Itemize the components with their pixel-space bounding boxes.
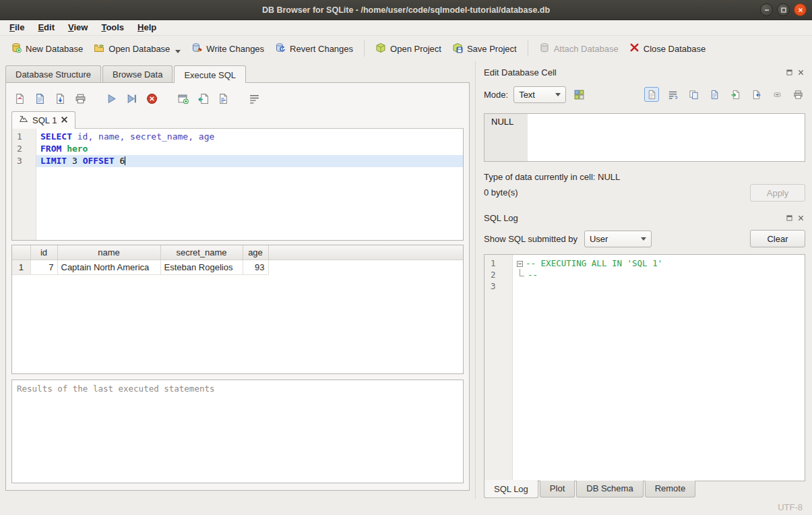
new-tab-icon[interactable] [11,90,28,107]
results-grid[interactable]: id name secret_name age 1 7 Cap [11,245,464,374]
print-icon[interactable] [72,90,88,107]
dock-float-icon[interactable] [785,214,794,222]
menu-tools[interactable]: Tools [94,20,131,35]
stop-icon[interactable] [144,90,160,107]
maximize-icon[interactable] [777,3,790,16]
cell-id[interactable]: 7 [30,260,57,274]
tab-plot[interactable]: Plot [540,481,575,497]
print-cell-icon[interactable] [790,87,805,102]
import-cell-icon[interactable] [728,87,743,102]
attach-database-icon [539,42,550,55]
dock-close-icon[interactable] [797,68,805,77]
sql-tab-bar: SQL 1 [11,110,464,129]
execute-sql-panel: SQL 1 123 SELECT id, name, secret_name, … [5,82,470,491]
open-database-dropdown-icon[interactable] [175,50,181,53]
encoding-indicator[interactable]: UTF-8 [778,502,803,512]
menu-view[interactable]: View [61,20,94,35]
auto-switch-mode-icon[interactable] [571,87,586,102]
open-database-label: Open Database [108,44,170,54]
clear-log-button[interactable]: Clear [750,230,805,247]
grid-header-name[interactable]: name [57,245,160,260]
open-project-button[interactable]: Open Project [370,38,447,59]
mode-select[interactable]: Text [513,86,566,103]
open-database-button[interactable]: Open Database [88,38,186,59]
sql-tab-close-icon[interactable] [61,115,68,125]
sql-editor-gutter: 123 [12,129,36,240]
apply-button[interactable]: Apply [750,184,805,202]
right-dock: Edit Database Cell Mode: Text [475,61,812,499]
export-cell-icon[interactable] [749,87,763,102]
sql-tab[interactable]: SQL 1 [11,111,75,129]
sql-toolbar [11,88,464,109]
save-project-label: Save Project [467,44,517,54]
execute-all-icon[interactable] [103,90,119,107]
sql-log-view[interactable]: 123 -- EXECUTING ALL IN 'SQL 1'-- [484,254,805,481]
tab-execute-sql[interactable]: Execute SQL [174,65,246,83]
close-database-button[interactable]: Close Database [624,38,712,59]
sql-log-code[interactable]: -- EXECUTING ALL IN 'SQL 1'-- [513,255,805,481]
menu-edit[interactable]: Edit [31,20,61,35]
sql-tab-icon [19,115,28,126]
main-content: Database Structure Browse Data Execute S… [0,61,812,499]
paste-icon[interactable] [707,87,722,102]
import-sql-icon[interactable] [195,90,211,107]
titlebar[interactable]: DB Browser for SQLite - /home/user/code/… [0,0,812,20]
new-database-label: New Database [26,44,83,54]
grid-header-filler [268,245,463,260]
open-sql-file-icon[interactable] [32,90,48,107]
chevron-down-icon [555,93,561,96]
dock-close-icon[interactable] [797,214,805,222]
row-number: 1 [12,260,30,274]
table-row[interactable]: 1 7 Captain North America Esteban Rogeli… [12,260,463,274]
write-changes-button[interactable]: Write Changes [186,38,270,59]
tab-remote[interactable]: Remote [645,481,696,497]
tab-db-schema[interactable]: DB Schema [576,481,643,497]
cell-edit-area[interactable]: NULL [484,113,805,162]
write-changes-label: Write Changes [206,44,264,54]
sql-log-gutter: 123 [485,255,513,481]
copy-icon[interactable] [686,87,701,102]
sql-tab-label: SQL 1 [32,115,57,125]
menu-help[interactable]: Help [131,20,163,35]
new-database-button[interactable]: New Database [5,38,88,59]
left-panel: Database Structure Browse Data Execute S… [0,61,475,499]
sql-log-filter-row: Show SQL submitted by User Clear [484,229,805,249]
main-toolbar: New Database Open Database Write Changes… [0,36,812,61]
cell-name[interactable]: Captain North America [57,260,160,274]
cell-age[interactable]: 93 [243,260,268,274]
app-window: DB Browser for SQLite - /home/user/code/… [0,0,812,515]
grid-header-id[interactable]: id [30,245,57,260]
edit-cell-title: Edit Database Cell [484,67,557,78]
close-icon[interactable] [794,3,807,16]
sql-log-title: SQL Log [484,213,518,223]
format-sql-icon[interactable] [215,90,231,107]
save-sql-file-icon[interactable] [52,90,68,107]
main-tab-bar: Database Structure Browse Data Execute S… [5,64,470,82]
minimize-icon[interactable] [760,3,773,16]
grid-header-secret-name[interactable]: secret_name [160,245,243,260]
tab-database-structure[interactable]: Database Structure [5,65,101,82]
save-project-button[interactable]: Save Project [447,38,522,59]
close-database-icon [629,42,639,55]
sql-editor-code[interactable]: SELECT id, name, secret_name, ageFROM he… [36,129,463,240]
grid-header-age[interactable]: age [243,245,268,260]
word-wrap-icon[interactable] [246,90,262,107]
tab-sql-log[interactable]: SQL Log [484,480,538,498]
execute-current-line-icon[interactable] [123,90,139,107]
detach-tab-icon[interactable] [175,90,191,107]
revert-changes-label: Revert Changes [290,44,353,54]
text-view-icon[interactable] [644,87,659,102]
set-null-icon[interactable] [770,87,784,102]
log-filter-select[interactable]: User [584,231,652,247]
cell-edit-gutter: NULL [485,114,528,161]
attach-database-button[interactable]: Attach Database [534,38,624,59]
window-controls [760,3,807,16]
cell-secret-name[interactable]: Esteban Rogelios [160,260,243,274]
sql-editor[interactable]: 123 SELECT id, name, secret_name, ageFRO… [11,129,464,241]
tab-browse-data[interactable]: Browse Data [102,65,173,82]
menu-file[interactable]: File [3,20,31,35]
dock-float-icon[interactable] [785,68,794,77]
revert-changes-button[interactable]: Revert Changes [270,38,358,59]
grid-corner [12,245,30,260]
word-wrap-cell-icon[interactable] [665,87,680,102]
